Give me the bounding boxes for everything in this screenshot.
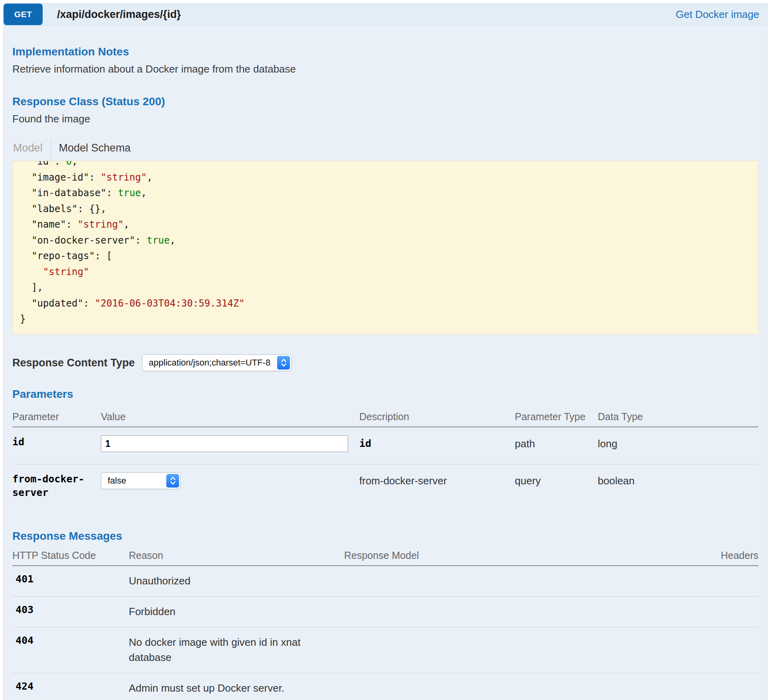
parameters-table-header: Parameter Value Description Parameter Ty… [12,401,758,427]
tab-model-schema[interactable]: Model Schema [51,140,131,158]
col-http-status-code: HTTP Status Code [12,550,129,561]
reason-text: Admin must set up Docker server. [129,680,316,696]
implementation-notes-text: Retrieve information about a Docker imag… [12,63,758,75]
parameter-row-from-docker-server: from-docker-server false from-docker-ser… [12,464,758,511]
data-type: long [598,438,617,450]
code-line: "repo-tags": [ [20,248,751,264]
http-method-badge[interactable]: GET [4,4,43,25]
select-stepper-icon [166,474,179,488]
response-content-type-select[interactable]: application/json;charset=UTF-8 [142,354,291,371]
operation-content: Implementation Notes Retrieve informatio… [4,26,767,700]
code-line: "labels": {}, [20,201,751,217]
code-line: "in-database": true, [20,185,751,201]
response-class-heading: Response Class (Status 200) [12,95,758,108]
model-tabs: Model Model Schema [12,140,758,158]
status-code: 404 [12,635,33,646]
response-messages-heading: Response Messages [12,530,758,543]
param-id-input[interactable] [101,435,348,452]
col-response-model: Response Model [344,550,707,561]
col-parameter-type: Parameter Type [515,411,598,423]
status-code: 424 [12,680,33,692]
parameter-name: id [12,435,92,449]
implementation-notes-heading: Implementation Notes [12,45,758,58]
response-content-type-value: application/json;charset=UTF-8 [142,358,291,368]
parameter-type: query [515,475,541,487]
param-from-docker-server-select[interactable]: false [101,472,181,489]
response-messages-table: HTTP Status Code Reason Response Model H… [12,543,758,700]
operation-panel: GET /xapi/docker/images/{id} Get Docker … [3,3,768,700]
parameters-heading: Parameters [12,388,758,401]
col-data-type: Data Type [598,411,758,423]
code-line: } [20,311,751,327]
tab-model[interactable]: Model [12,140,51,158]
response-message-row: 401Unauthorized [12,566,758,596]
response-message-row: 424Admin must set up Docker server. [12,673,758,700]
param-from-docker-server-value: false [101,476,147,486]
col-parameter: Parameter [12,411,101,423]
code-line: "name": "string", [20,217,751,233]
code-line: "on-docker-server": true, [20,233,751,249]
data-type: boolean [598,475,635,487]
operation-nickname-link[interactable]: Get Docker image [676,8,759,21]
response-class-description: Found the image [12,113,758,125]
response-message-row: 404No docker image with given id in xnat… [12,627,758,673]
response-content-type-row: Response Content Type application/json;c… [12,354,758,371]
col-description: Description [359,411,515,423]
response-messages-header: HTTP Status Code Reason Response Model H… [12,543,758,566]
parameter-description: id [359,438,371,449]
operation-heading-bar: GET /xapi/docker/images/{id} Get Docker … [4,4,767,26]
code-line: "updated": "2016-06-03T04:30:59.314Z" [20,296,751,312]
model-schema-json: "id": 0, "image-id": "string", "in-datab… [20,161,751,327]
reason-text: No docker image with given id in xnat da… [129,635,316,665]
response-content-type-label: Response Content Type [12,357,135,369]
response-message-row: 403Forbidden [12,596,758,627]
status-code: 401 [12,573,33,585]
code-line: "string" [20,264,751,280]
code-line: "id": 0, [20,161,751,170]
code-line: "image-id": "string", [20,170,751,186]
parameters-table: Parameter Value Description Parameter Ty… [12,401,758,511]
select-stepper-icon [277,356,290,370]
col-headers: Headers [707,550,758,561]
parameter-name: from-docker-server [12,472,92,499]
col-reason: Reason [129,550,344,561]
reason-text: Unauthorized [129,573,316,588]
code-line: ], [20,280,751,296]
parameter-row-id: id id path long [12,427,758,464]
col-value: Value [101,411,359,423]
reason-text: Forbidden [129,604,316,619]
parameter-description: from-docker-server [359,475,447,487]
parameter-type: path [515,438,535,450]
model-schema-code[interactable]: "id": 0, "image-id": "string", "in-datab… [12,161,758,334]
endpoint-path[interactable]: /xapi/docker/images/{id} [57,8,181,21]
status-code: 403 [12,604,33,615]
